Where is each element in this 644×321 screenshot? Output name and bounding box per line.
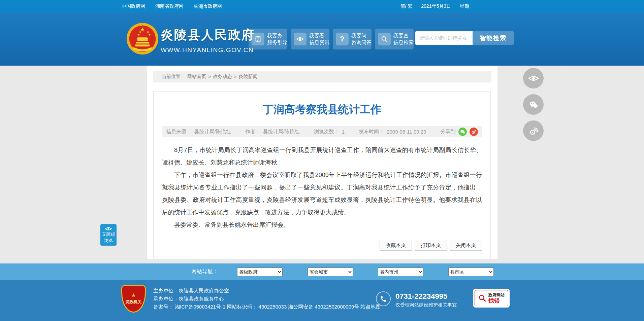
- sitenav-label: 网站导航：: [191, 268, 218, 275]
- site-header: 炎陵县人民政府 WWW.HNYANLING.GOV.CN 我要办服务引导 我要看…: [0, 12, 644, 66]
- document-icon: [252, 33, 264, 45]
- quick-button-label: 我要查信息检索: [393, 32, 414, 46]
- article-body: 8月7日，市统计局局长丁润高率巡查组一行到我县开展统计巡查工作，陪同前来巡查的有…: [162, 144, 482, 231]
- lang-toggle[interactable]: 简/ 繁: [400, 3, 413, 9]
- meta-source-value: 县统计局/陈艳红: [194, 129, 231, 135]
- weibo-icon: [528, 126, 539, 136]
- quick-buttons: 我要办服务引导 我要看信息资讯 ? 我要问咨询问答 我要查信息检索: [249, 29, 414, 49]
- page: 中国政府网 湖南省政府网 株洲市政府网 简/ 繁 2021年5月3日 星期一 炎: [0, 0, 644, 321]
- favorite-page-button[interactable]: 收藏本页: [380, 240, 412, 251]
- wechat-icon[interactable]: [458, 128, 467, 136]
- search-input[interactable]: [415, 31, 473, 45]
- breadcrumb-item-zhengwu[interactable]: 政务动态: [213, 74, 232, 80]
- meta-author-value: 县统计局/陈艳红: [263, 129, 300, 135]
- quick-button-cha[interactable]: 我要查信息检索: [375, 29, 414, 49]
- select-capital-cities[interactable]: 省会城市: [308, 268, 353, 276]
- select-provincial-gov[interactable]: 省级政府: [237, 268, 283, 276]
- print-page-button[interactable]: 打印本页: [415, 240, 447, 251]
- weibo-icon[interactable]: [470, 128, 478, 136]
- topbar-link-hunan-gov[interactable]: 湖南省政府网: [155, 3, 184, 9]
- breadcrumb-separator: >: [208, 74, 211, 79]
- footer-phone-note: 仅受理网站建设维护相关事宜: [395, 302, 457, 308]
- weibo-share-button[interactable]: [523, 120, 544, 141]
- meta-author-label: 作者：: [245, 129, 260, 135]
- eye-icon: [105, 226, 112, 231]
- close-page-button[interactable]: 关闭本页: [450, 240, 482, 251]
- accessibility-label-1: 无障碍: [102, 232, 115, 237]
- meta-views-value: 1: [342, 129, 345, 135]
- view-toggle-button[interactable]: [523, 68, 544, 88]
- wechat-icon: [528, 100, 539, 110]
- footer-host-line: 主办单位：炎陵县人民政府办公室: [153, 287, 381, 295]
- quick-button-label: 我要看信息资讯: [309, 32, 329, 46]
- national-emblem-icon: [126, 23, 159, 55]
- quick-button-banshi[interactable]: 我要办服务引导: [249, 29, 287, 49]
- meta-source-label: 信息来源：: [166, 129, 191, 135]
- footer: ★ 党政机关 主办单位：炎陵县人民政府办公室 承办单位：炎陵县政务服务中心 备案…: [0, 280, 644, 321]
- topbar-link-china-gov[interactable]: 中国政府网: [122, 3, 145, 9]
- accessibility-label-2: 浏览: [104, 238, 113, 243]
- topbar-right: 简/ 繁 2021年5月3日 星期一: [400, 3, 474, 9]
- party-gov-shield-icon: ★ 党政机关: [121, 285, 146, 313]
- meta-publish-value: 2009-08-11 09:29: [387, 129, 426, 135]
- shield-label: 党政机关: [126, 299, 142, 305]
- breadcrumb-separator: >: [234, 74, 236, 79]
- quick-button-kan[interactable]: 我要看信息资讯: [291, 29, 329, 49]
- footer-phone-number: 0731-22234995: [395, 292, 447, 301]
- site-url: WWW.HNYANLING.GOV.CN: [161, 46, 255, 54]
- sitemap-link[interactable]: 站点地图: [360, 304, 381, 310]
- date-text: 2021年5月3日: [421, 3, 451, 9]
- select-counties[interactable]: 县市区: [448, 268, 494, 276]
- smart-search-button[interactable]: 智能检索: [473, 31, 514, 45]
- search-box: 智能检索: [415, 31, 514, 45]
- breadcrumb-item-news[interactable]: 炎陵新闻: [238, 74, 257, 80]
- meta-publish-label: 发布时间：: [359, 129, 384, 135]
- breadcrumb-label: 当前位置：: [162, 74, 185, 80]
- gov-site-error-report-badge[interactable]: 政府网站 找错: [473, 289, 510, 308]
- topbar-link-zhuzhou-gov[interactable]: 株洲市政府网: [194, 3, 222, 9]
- error-magnifier-icon: [478, 294, 486, 302]
- question-icon: ?: [336, 33, 349, 45]
- phone-icon: [376, 291, 391, 306]
- main-content: 当前位置： 网站首页 > 政务动态 > 炎陵新闻 丁润高考察我县统计工作 信息来…: [147, 66, 497, 259]
- site-nav-row: 网站导航： 省级政府 省会城市 省内市州 县市区: [0, 263, 644, 280]
- eye-icon: [294, 33, 307, 45]
- article-paragraph: 8月7日，市统计局局长丁润高率巡查组一行到我县开展统计巡查工作，陪同前来巡查的有…: [162, 144, 482, 169]
- site-title-block: 炎陵县人民政府 WWW.HNYANLING.GOV.CN: [161, 27, 255, 54]
- quick-button-label: 我要办服务引导: [267, 32, 287, 46]
- article-paragraph: 县委常委、常务副县长姚永告出席汇报会。: [162, 219, 482, 231]
- weekday-text: 星期一: [460, 3, 474, 9]
- search-icon: [378, 33, 391, 45]
- article-actions: 收藏本页 打印本页 关闭本页: [162, 240, 482, 251]
- topbar-links: 中国政府网 湖南省政府网 株洲市政府网: [122, 3, 222, 9]
- site-title: 炎陵县人民政府: [161, 27, 255, 43]
- article: 丁润高考察我县统计工作 信息来源： 县统计局/陈艳红 作者： 县统计局/陈艳红 …: [153, 91, 491, 259]
- article-paragraph: 下午，市巡查组一行在县政府二楼会议室听取了我县2009年上半年经济运行和统计工作…: [162, 169, 482, 219]
- footer-info: 主办单位：炎陵县人民政府办公室 承办单位：炎陵县政务服务中心 备案号： 湘ICP…: [153, 287, 381, 311]
- article-meta: 信息来源： 县统计局/陈艳红 作者： 县统计局/陈艳红 浏览次数： 1 发布时间…: [162, 126, 482, 137]
- quick-button-label: 我要问咨询问答: [351, 32, 372, 46]
- breadcrumb-item-home[interactable]: 网站首页: [187, 74, 206, 80]
- eye-icon: [528, 75, 539, 82]
- accessibility-browse-button[interactable]: 无障碍 浏览: [100, 224, 117, 246]
- select-province-cities[interactable]: 省内市州: [378, 268, 423, 276]
- breadcrumb: 当前位置： 网站首页 > 政务动态 > 炎陵新闻: [153, 71, 491, 82]
- top-bar: 中国政府网 湖南省政府网 株洲市政府网 简/ 繁 2021年5月3日 星期一: [0, 0, 644, 12]
- article-title: 丁润高考察我县统计工作: [162, 102, 482, 117]
- error-badge-text: 政府网站 找错: [488, 293, 505, 304]
- footer-icp-line: 备案号： 湘ICP备05003421号-1 网站标识码： 4302250033 …: [153, 303, 381, 311]
- quick-button-wen[interactable]: ? 我要问咨询问答: [333, 29, 372, 49]
- meta-views-label: 浏览次数：: [314, 129, 339, 135]
- meta-share-label: 分享到: [441, 129, 456, 135]
- star-icon: ★: [131, 293, 136, 298]
- footer-organizer-line: 承办单位：炎陵县政务服务中心: [153, 295, 381, 303]
- error-badge-inner: 政府网站 找错: [475, 290, 508, 306]
- wechat-share-button[interactable]: [523, 94, 544, 115]
